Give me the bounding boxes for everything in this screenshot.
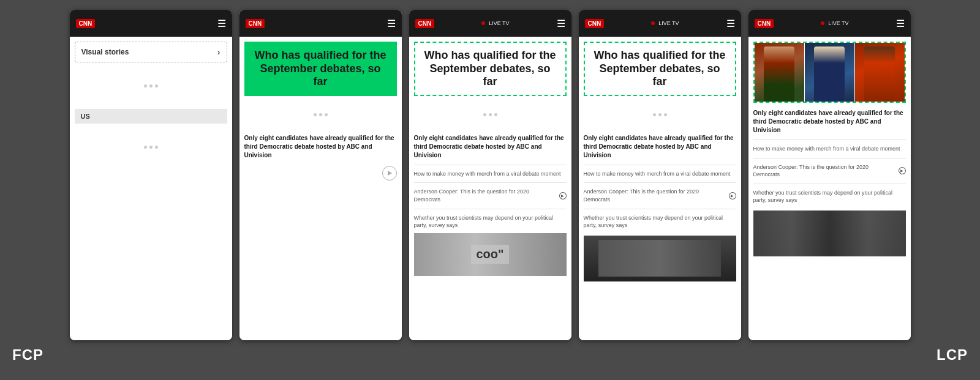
play-circle-5[interactable]: ▶ <box>899 167 906 174</box>
live-tv-group-3: LIVE TV <box>481 20 509 26</box>
article-link-5a[interactable]: How to make money with merch from a vira… <box>753 145 906 153</box>
labels-row: FCP LCP <box>0 340 980 370</box>
dot-5 <box>149 146 153 149</box>
article-link-4c[interactable]: Whether you trust scientists may depend … <box>584 214 736 229</box>
divider-4c <box>584 209 736 209</box>
article-link-3b[interactable]: Anderson Cooper: This is the question fo… <box>414 188 567 203</box>
divider-3a <box>414 165 567 165</box>
phone-4-article: Who has qualified for the September deba… <box>579 37 741 286</box>
live-tv-label-5: LIVE TV <box>828 20 848 26</box>
fcp-label: FCP <box>12 346 43 363</box>
headline-box-4: Who has qualified for the September deba… <box>584 42 736 96</box>
dot-2 <box>149 84 153 88</box>
person-2-silhouette <box>814 47 845 102</box>
headline-text-2: Who has qualified for the September deba… <box>252 49 390 89</box>
video-play-btn-2[interactable] <box>382 166 397 181</box>
phone-5-header: CNN LIVE TV ☰ <box>748 10 911 37</box>
play-circle-4[interactable]: ▶ <box>729 192 736 199</box>
hamburger-menu-2[interactable]: ☰ <box>387 18 396 29</box>
dot-4 <box>144 146 147 149</box>
cnn-logo-1: CNN <box>76 19 96 28</box>
dot-1 <box>144 84 147 88</box>
dot-6 <box>155 146 158 149</box>
dot-a1 <box>314 113 317 116</box>
dot-3 <box>155 84 158 88</box>
phone-4-header: CNN LIVE TV ☰ <box>579 10 741 37</box>
phone-1-body: Visual stories › US <box>70 37 232 170</box>
visual-stories-bar[interactable]: Visual stories › <box>75 42 227 62</box>
hamburger-menu-4[interactable]: ☰ <box>726 18 735 29</box>
article-link-4b-text: Anderson Cooper: This is the question fo… <box>584 188 727 203</box>
lcp-label: LCP <box>937 346 968 363</box>
hamburger-menu-3[interactable]: ☰ <box>557 18 565 29</box>
dot-b1 <box>483 113 486 116</box>
divider-5a <box>753 140 906 140</box>
divider-3c <box>414 209 567 209</box>
article-loading-2 <box>244 100 397 130</box>
debate-person-3 <box>855 43 905 102</box>
cnn-logo-2: CNN <box>246 19 265 28</box>
phone-5: CNN LIVE TV ☰ <box>748 10 911 340</box>
person-3-silhouette <box>864 47 895 102</box>
dot-c1 <box>653 113 656 116</box>
article-link-4b[interactable]: Anderson Cooper: This is the question fo… <box>584 188 736 203</box>
phone-3-content: Who has qualified for the September deba… <box>409 37 571 340</box>
headline-box-3: Who has qualified for the September deba… <box>414 42 567 96</box>
loading-dots-1 <box>75 67 227 104</box>
article-link-5b[interactable]: Anderson Cooper: This is the question fo… <box>753 163 906 179</box>
live-dot-4 <box>651 21 655 25</box>
live-tv-label-4: LIVE TV <box>658 20 679 26</box>
live-tv-group-4: LIVE TV <box>651 20 679 26</box>
phone-5-content: Only eight candidates have already quali… <box>748 37 911 340</box>
divider-4a <box>584 165 736 165</box>
phone-3-header: CNN LIVE TV ☰ <box>409 10 571 37</box>
article-link-3b-text: Anderson Cooper: This is the question fo… <box>414 188 557 203</box>
phone-3-article: Who has qualified for the September deba… <box>409 37 571 281</box>
live-dot-5 <box>821 21 824 25</box>
chevron-right-icon: › <box>217 47 221 57</box>
phone-2: CNN ☰ Who has qualified for the Septembe… <box>239 10 402 340</box>
debate-person-2 <box>805 43 854 102</box>
article-link-5b-text: Anderson Cooper: This is the question fo… <box>753 163 897 179</box>
people-silhouette-4 <box>598 240 720 277</box>
headline-text-3: Who has qualified for the September deba… <box>421 49 559 89</box>
article-main-text-3: Only eight candidates have already quali… <box>414 134 567 160</box>
play-circle-3[interactable]: ▶ <box>559 192 567 199</box>
divider-5c <box>753 184 906 184</box>
dot-c2 <box>658 113 662 116</box>
phone-2-header: CNN ☰ <box>239 10 402 37</box>
dot-a2 <box>319 113 322 116</box>
article-main-text-2: Only eight candidates have already quali… <box>244 134 397 160</box>
article-main-text-5: Only eight candidates have already quali… <box>753 109 906 135</box>
bottom-image-3: coo" <box>414 233 567 276</box>
article-link-3a[interactable]: How to make money with merch from a vira… <box>414 170 567 178</box>
play-triangle-2 <box>388 171 392 176</box>
divider-4b <box>584 182 736 183</box>
hamburger-menu-1[interactable]: ☰ <box>217 18 226 29</box>
cnn-logo-3: CNN <box>415 19 435 28</box>
divider-3b <box>414 182 567 183</box>
dot-b3 <box>494 113 497 116</box>
article-loading-4 <box>584 100 736 130</box>
article-main-text-4: Only eight candidates have already quali… <box>584 134 736 160</box>
cnn-logo-4: CNN <box>585 19 605 28</box>
live-tv-label-3: LIVE TV <box>489 20 509 26</box>
article-link-4a[interactable]: How to make money with merch from a vira… <box>584 170 736 178</box>
article-link-3c[interactable]: Whether you trust scientists may depend … <box>414 214 567 229</box>
us-section-label: US <box>75 109 227 124</box>
visual-stories-label: Visual stories <box>81 48 129 56</box>
loading-dots-2 <box>75 129 227 165</box>
phone-2-content: Who has qualified for the September deba… <box>239 37 402 340</box>
debate-image-5 <box>753 42 906 103</box>
phone-4-content: Who has qualified for the September deba… <box>579 37 741 340</box>
main-area: CNN ☰ Visual stories › US <box>0 0 980 340</box>
hamburger-menu-5[interactable]: ☰ <box>896 18 905 29</box>
phone-3: CNN LIVE TV ☰ Who has qualified for the … <box>409 10 571 340</box>
phone-2-article: Who has qualified for the September deba… <box>239 37 402 185</box>
dot-a3 <box>325 113 328 116</box>
phone-1: CNN ☰ Visual stories › US <box>70 10 232 340</box>
bottom-image-5 <box>753 210 906 256</box>
divider-5b <box>753 158 906 158</box>
people-silhouette-5 <box>753 210 906 256</box>
article-link-5c[interactable]: Whether you trust scientists may depend … <box>753 189 906 204</box>
